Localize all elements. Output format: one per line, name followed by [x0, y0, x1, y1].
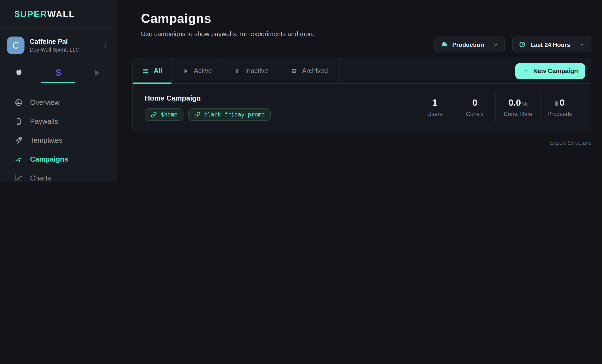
kebab-menu-icon[interactable]	[102, 39, 108, 51]
campaign-stats: 1 Users 0 Conv's 0.0% Conv. Rate $0 Proc…	[416, 92, 579, 123]
campaign-row[interactable]: Home Campaign $home black-fr	[133, 84, 591, 132]
platform-tab-superwall[interactable]: S	[39, 62, 78, 83]
sidebar: $UPERWALL C Caffeine Pal Day Well Spent,…	[0, 0, 117, 182]
time-range-dropdown[interactable]: Last 24 Hours	[512, 37, 591, 53]
placement-tag[interactable]: black-friday-promo	[188, 108, 271, 121]
superwall-s-icon: S	[55, 67, 62, 78]
templates-icon	[14, 136, 23, 145]
chevron-down-icon	[493, 41, 499, 48]
pause-icon	[234, 68, 240, 74]
time-range-value: Last 24 Hours	[530, 41, 570, 48]
account-info: Caffeine Pal Day Well Spent, LLC	[30, 38, 79, 53]
percent-suffix: %	[522, 100, 528, 107]
sidebar-item-label: Paywalls	[30, 117, 58, 125]
sidebar-item-paywalls[interactable]: Paywalls	[0, 112, 117, 131]
campaign-tabs: All Active Inactive	[133, 58, 591, 84]
tab-active[interactable]: Active	[172, 58, 223, 83]
stat-label: Conv's	[466, 111, 484, 117]
tab-label: All	[154, 67, 162, 75]
overview-icon	[14, 98, 23, 107]
plus-icon	[523, 67, 529, 74]
sidebar-item-label: Charts	[30, 174, 51, 182]
sidebar-item-overview[interactable]: Overview	[0, 93, 117, 112]
stat-label: Proceeds	[548, 111, 572, 117]
export-row: Export Structure	[117, 140, 591, 146]
environment-value: Production	[452, 41, 484, 48]
tab-archived[interactable]: Archived	[279, 58, 340, 83]
placement-tag-label: $home	[161, 111, 177, 118]
placement-tag[interactable]: $home	[145, 108, 183, 121]
campaign-tags: $home black-friday-promo	[145, 108, 416, 121]
archive-icon	[291, 68, 297, 74]
stat-proceeds: $0 Proceeds	[540, 92, 579, 123]
sidebar-item-label: Overview	[30, 98, 60, 106]
chevron-down-icon	[579, 41, 585, 48]
stat-label: Users	[427, 111, 443, 117]
active-tab-underline	[133, 83, 172, 84]
campaign-info: Home Campaign $home black-fr	[145, 94, 416, 121]
platform-tabs: S	[0, 62, 117, 83]
page-subtitle: Use campaigns to show paywalls, run expe…	[141, 30, 602, 37]
sidebar-item-templates[interactable]: Templates	[0, 131, 117, 150]
filter-row: Production Last 24 Hours	[434, 37, 591, 53]
sidebar-item-campaigns[interactable]: Campaigns	[0, 150, 117, 169]
sidebar-nav: Overview Paywalls Templates Campaigns	[0, 83, 117, 182]
play-icon	[183, 68, 189, 74]
stat-conversions: 0 Conv's	[454, 92, 495, 123]
charts-icon	[14, 173, 23, 182]
account-switcher[interactable]: C Caffeine Pal Day Well Spent, LLC	[0, 29, 117, 62]
apple-icon	[15, 68, 24, 77]
page-title: Campaigns	[141, 11, 602, 26]
main-content: Campaigns Use campaigns to show paywalls…	[117, 0, 602, 182]
export-structure-link[interactable]: Export Structure	[549, 140, 591, 146]
tab-row-spacer: New Campaign	[340, 58, 591, 83]
tab-label: Inactive	[245, 67, 268, 75]
superwall-logo: $UPERWALL	[0, 0, 117, 29]
google-play-icon	[93, 69, 101, 77]
account-company: Day Well Spent, LLC	[30, 47, 79, 53]
tab-all[interactable]: All	[133, 58, 172, 83]
platform-tab-ios[interactable]	[0, 62, 39, 83]
tab-inactive[interactable]: Inactive	[223, 58, 279, 83]
app-window: $UPERWALL C Caffeine Pal Day Well Spent,…	[0, 0, 602, 182]
stat-value: 1	[432, 97, 437, 108]
platform-active-underline	[41, 82, 75, 83]
dollar-prefix: $	[555, 100, 558, 107]
avatar: C	[7, 37, 24, 54]
environment-dropdown[interactable]: Production	[434, 37, 505, 53]
paywalls-icon	[14, 117, 23, 126]
sidebar-item-label: Templates	[30, 136, 62, 144]
new-campaign-label: New Campaign	[533, 67, 578, 74]
campaign-name: Home Campaign	[145, 94, 416, 102]
sidebar-item-label: Campaigns	[30, 155, 68, 163]
logo-accent-text: $UPER	[15, 9, 47, 19]
account-name: Caffeine Pal	[30, 38, 79, 45]
tab-label: Active	[194, 67, 212, 75]
stat-value: 0.0%	[508, 97, 527, 108]
list-icon	[142, 67, 149, 74]
link-icon	[151, 111, 157, 118]
stat-value: 0	[472, 97, 477, 108]
tab-label: Archived	[302, 67, 328, 75]
placement-tag-label: black-friday-promo	[204, 111, 265, 118]
stat-value: $0	[555, 97, 565, 108]
campaigns-card: All Active Inactive	[132, 58, 591, 132]
cloud-icon	[441, 41, 448, 48]
stat-label: Conv. Rate	[504, 111, 532, 117]
logo-rest-text: WALL	[47, 9, 75, 19]
platform-tab-android[interactable]	[78, 62, 117, 83]
new-campaign-button[interactable]: New Campaign	[515, 63, 585, 79]
link-icon	[194, 111, 200, 118]
clock-icon	[519, 41, 526, 48]
campaigns-icon	[14, 154, 23, 163]
sidebar-item-charts[interactable]: Charts	[0, 169, 117, 182]
stat-conversion-rate: 0.0% Conv. Rate	[495, 92, 540, 123]
stat-users: 1 Users	[416, 92, 454, 123]
